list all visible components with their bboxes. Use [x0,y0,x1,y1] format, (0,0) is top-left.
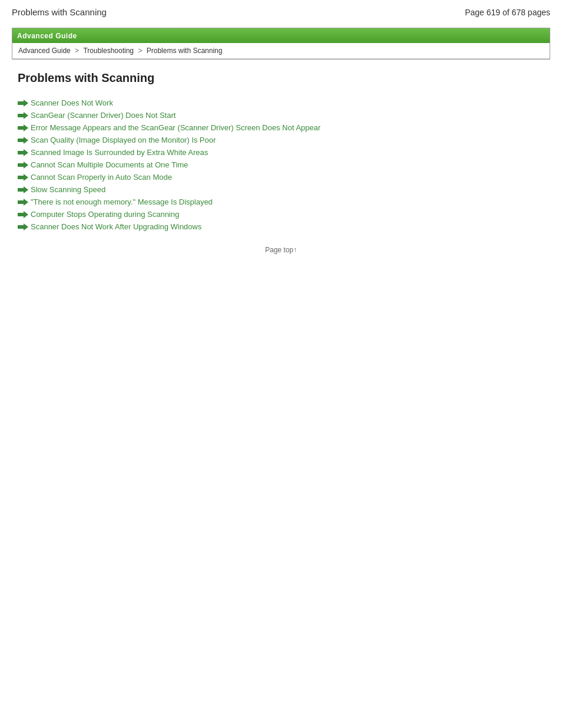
list-item: Error Message Appears and the ScanGear (… [18,123,544,132]
arrow-icon [18,223,28,230]
page-number: Page 619 of 678 pages [465,8,550,17]
arrow-icon [18,211,28,218]
svg-marker-7 [18,186,28,193]
svg-marker-8 [18,199,28,206]
list-item-link[interactable]: Cannot Scan Properly in Auto Scan Mode [31,173,172,182]
breadcrumb-separator-1: > [75,47,81,55]
page-top-link[interactable]: Page top↑ [265,246,297,254]
list-item: Slow Scanning Speed [18,185,544,194]
link-list: Scanner Does Not Work ScanGear (Scanner … [18,98,544,231]
advanced-guide-wrapper: Advanced Guide Advanced Guide > Troubles… [12,28,550,60]
list-item: "There is not enough memory." Message Is… [18,197,544,206]
arrow-icon [18,162,28,169]
breadcrumb-troubleshooting-link[interactable]: Troubleshooting [83,47,134,55]
list-item-link[interactable]: Cannot Scan Multiple Documents at One Ti… [31,160,188,169]
breadcrumb-advanced-guide-link[interactable]: Advanced Guide [18,47,71,55]
list-item-link[interactable]: Computer Stops Operating during Scanning [31,210,179,219]
breadcrumb: Advanced Guide > Troubleshooting > Probl… [12,43,550,59]
breadcrumb-current: Problems with Scanning [147,47,223,55]
breadcrumb-separator-2: > [138,47,144,55]
arrow-icon [18,100,28,107]
list-item-link[interactable]: Scanner Does Not Work [31,98,113,107]
list-item: Scan Quality (Image Displayed on the Mon… [18,136,544,144]
arrow-icon [18,137,28,144]
list-item-link[interactable]: Slow Scanning Speed [31,185,105,194]
arrow-icon [18,124,28,131]
svg-marker-4 [18,149,28,156]
svg-marker-10 [18,223,28,230]
content-title: Problems with Scanning [18,71,544,88]
main-content: Problems with Scanning Scanner Does Not … [0,60,562,272]
list-item-link[interactable]: "There is not enough memory." Message Is… [31,197,213,206]
page-top: Page top↑ [18,246,544,254]
page-header: Problems with Scanning Page 619 of 678 p… [0,0,562,22]
list-item: Scanner Does Not Work [18,98,544,107]
list-item: ScanGear (Scanner Driver) Does Not Start [18,111,544,120]
list-item: Scanner Does Not Work After Upgrading Wi… [18,222,544,231]
list-item-link[interactable]: Scanner Does Not Work After Upgrading Wi… [31,222,201,231]
list-item-link[interactable]: Scan Quality (Image Displayed on the Mon… [31,136,216,144]
list-item: Cannot Scan Multiple Documents at One Ti… [18,160,544,169]
list-item-link[interactable]: Error Message Appears and the ScanGear (… [31,123,320,132]
list-item: Cannot Scan Properly in Auto Scan Mode [18,173,544,182]
arrow-icon [18,149,28,156]
svg-marker-5 [18,162,28,169]
guide-bar-label: Advanced Guide [17,32,77,40]
svg-marker-2 [18,124,28,131]
guide-bar: Advanced Guide [12,28,550,43]
arrow-icon [18,174,28,181]
list-item: Scanned Image Is Surrounded by Extra Whi… [18,148,544,157]
list-item-link[interactable]: ScanGear (Scanner Driver) Does Not Start [31,111,176,120]
svg-marker-3 [18,137,28,144]
page-title-top: Problems with Scanning [12,7,107,17]
list-item: Computer Stops Operating during Scanning [18,210,544,219]
list-item-link[interactable]: Scanned Image Is Surrounded by Extra Whi… [31,148,208,157]
svg-marker-1 [18,112,28,119]
svg-marker-0 [18,100,28,107]
svg-marker-9 [18,211,28,218]
svg-marker-6 [18,174,28,181]
arrow-icon [18,186,28,193]
arrow-icon [18,199,28,206]
arrow-icon [18,112,28,119]
